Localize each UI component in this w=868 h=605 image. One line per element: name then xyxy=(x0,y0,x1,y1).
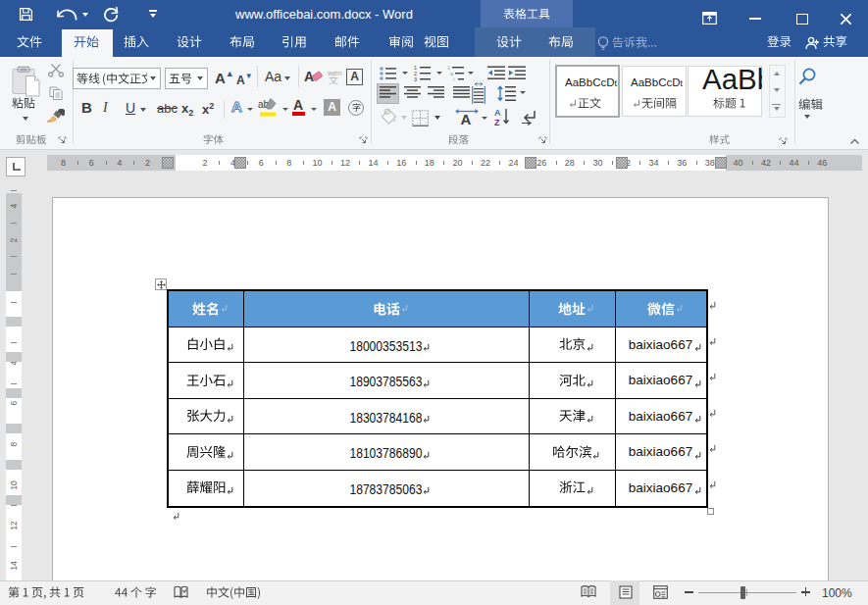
svg-text:A: A xyxy=(461,111,472,126)
svg-text:i: i xyxy=(453,76,454,81)
svg-text:Z: Z xyxy=(494,118,500,126)
svg-text:A: A xyxy=(494,108,501,118)
svg-text:3: 3 xyxy=(414,76,417,81)
